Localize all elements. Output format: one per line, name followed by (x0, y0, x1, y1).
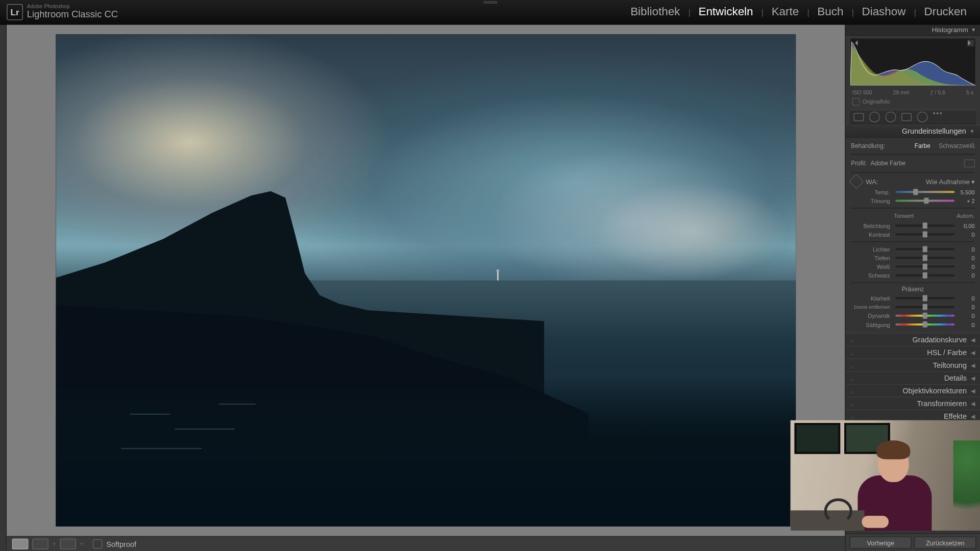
auto-button[interactable]: Autom. (957, 212, 975, 219)
bottom-toolbar: ▾ ▾ Softproof (7, 536, 845, 551)
view-loupe-button[interactable] (12, 539, 29, 549)
clarity-slider[interactable] (895, 297, 954, 299)
tint-slider[interactable] (895, 199, 954, 202)
vibrance-value[interactable]: 0 (958, 312, 975, 319)
view-compare-button[interactable] (32, 539, 48, 549)
window-grip[interactable] (483, 1, 497, 4)
exposure-value[interactable]: 0,00 (958, 222, 975, 229)
tint-label: Tönung (851, 197, 893, 204)
profile-value[interactable]: Adobe Farbe (871, 160, 906, 167)
tone-header: Tonwert (851, 212, 957, 219)
exif-readout: ISO 500 28 mm ƒ / 5.6 5 s (846, 88, 980, 97)
contrast-slider[interactable] (895, 233, 954, 235)
dehaze-label: Dunst entfernen (851, 304, 893, 310)
preview-image (56, 34, 796, 527)
vibrance-label: Dynamik (851, 312, 893, 319)
view-dropdown-icon[interactable]: ▾ (80, 541, 84, 547)
highlights-value[interactable]: 0 (958, 246, 975, 253)
highlights-slider[interactable] (895, 248, 954, 250)
radial-tool-icon[interactable] (917, 112, 927, 122)
nav-library[interactable]: Bibliothek (624, 6, 687, 19)
clarity-label: Klarheit (851, 295, 893, 302)
vibrance-slider[interactable] (895, 315, 954, 317)
panel-splittone[interactable]: ▫Teiltonung◀ (846, 358, 980, 371)
highlights-label: Lichter (851, 246, 893, 253)
webcam-overlay (791, 420, 980, 531)
gradient-tool-icon[interactable] (901, 113, 912, 121)
exposure-slider[interactable] (895, 224, 954, 227)
treatment-color[interactable]: Farbe (915, 142, 930, 149)
blacks-label: Schwarz (851, 272, 893, 279)
profile-browser-icon[interactable] (964, 159, 975, 167)
nav-map[interactable]: Karte (765, 6, 805, 19)
saturation-label: Sättigung (851, 321, 893, 328)
dehaze-value[interactable]: 0 (958, 304, 975, 310)
treatment-row: Behandlung: Farbe Schwarzweiß (851, 140, 975, 151)
panel-hsl[interactable]: ▫HSL / Farbe◀ (846, 345, 980, 358)
nav-slideshow[interactable]: Diashow (855, 6, 912, 19)
blacks-slider[interactable] (895, 274, 954, 277)
contrast-label: Kontrast (851, 231, 893, 238)
view-beforeafter-button[interactable] (60, 539, 76, 549)
nav-develop[interactable]: Entwickeln (692, 6, 760, 19)
basic-panel-header[interactable]: Grundeinstellungen▼ (846, 124, 980, 138)
right-bottom-bar: Vorherige Zurücksetzen (846, 533, 980, 551)
whites-slider[interactable] (895, 266, 954, 268)
blacks-value[interactable]: 0 (958, 272, 975, 279)
exif-focal: 28 mm (893, 89, 910, 95)
presence-header: Präsenz (851, 286, 975, 292)
local-tools-strip (850, 110, 976, 124)
image-canvas[interactable] (7, 25, 845, 536)
clarity-value[interactable]: 0 (958, 295, 975, 302)
wb-eyedropper-icon[interactable] (849, 174, 864, 189)
exif-aperture: ƒ / 5.6 (930, 89, 945, 95)
spot-tool-icon[interactable] (869, 112, 880, 122)
app-logo: Lr Adobe Photoshop Lightroom Classic CC (7, 4, 118, 20)
wb-preset-dropdown[interactable]: Wie Aufnahme ▾ (926, 178, 975, 185)
original-label: Originalfoto (863, 99, 890, 105)
crop-tool-icon[interactable] (854, 113, 864, 121)
histogram-display[interactable] (850, 38, 976, 86)
softproof-label: Softproof (106, 540, 136, 548)
view-dropdown-icon[interactable]: ▾ (53, 541, 56, 547)
exif-iso: ISO 500 (852, 89, 872, 95)
treatment-bw[interactable]: Schwarzweiß (939, 142, 975, 149)
redeye-tool-icon[interactable] (885, 112, 896, 122)
nav-print[interactable]: Drucken (917, 6, 973, 19)
logo-icon: Lr (7, 4, 23, 20)
original-row: Originalfoto (846, 97, 980, 108)
profile-label: Profil: (851, 160, 866, 167)
histogram-header[interactable]: Histogramm▼ (846, 25, 980, 36)
previous-button[interactable]: Vorherige (850, 537, 912, 549)
panel-tonecurve[interactable]: ▫Gradationskurve◀ (846, 333, 980, 345)
panel-lenscorr[interactable]: ▫Objektivkorrekturen◀ (846, 384, 980, 397)
exif-shutter: 5 s (966, 89, 973, 95)
lighthouse-detail (497, 271, 498, 280)
whites-label: Weiß (851, 263, 893, 270)
panel-detail[interactable]: ▫Details◀ (846, 371, 980, 384)
contrast-value[interactable]: 0 (958, 231, 975, 238)
whites-value[interactable]: 0 (958, 263, 975, 270)
exposure-label: Belichtung (851, 222, 893, 229)
left-panel-collapsed[interactable] (0, 25, 7, 551)
softproof-checkbox[interactable] (93, 539, 102, 548)
original-checkbox[interactable] (852, 98, 860, 105)
module-nav: Bibliothek| Entwickeln| Karte| Buch| Dia… (624, 6, 973, 19)
app-name: Lightroom Classic CC (27, 10, 118, 20)
dehaze-slider[interactable] (895, 306, 954, 308)
tint-value[interactable]: + 2 (958, 197, 975, 204)
temp-slider[interactable] (895, 191, 954, 193)
nav-book[interactable]: Buch (811, 6, 850, 19)
shadows-slider[interactable] (895, 257, 954, 259)
brush-tool-icon[interactable] (933, 112, 945, 121)
treatment-label: Behandlung: (851, 142, 885, 149)
temp-value[interactable]: 5.500 (958, 189, 975, 195)
saturation-value[interactable]: 0 (958, 321, 975, 328)
saturation-slider[interactable] (895, 323, 954, 325)
shadows-value[interactable]: 0 (958, 255, 975, 261)
reset-button[interactable]: Zurücksetzen (914, 537, 976, 549)
shadows-label: Tiefen (851, 255, 893, 261)
temp-label: Temp. (851, 189, 893, 195)
wb-label: WA: (866, 178, 878, 185)
panel-transform[interactable]: ▫Transformieren◀ (846, 397, 980, 410)
